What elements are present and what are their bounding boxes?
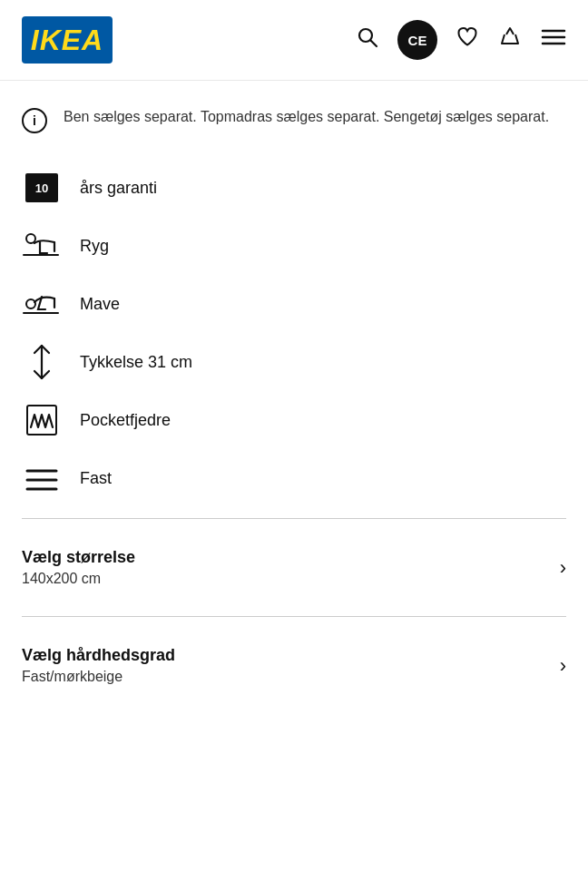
info-notice: i Ben sælges separat. Topmadras sælges s… <box>22 106 566 133</box>
avatar-initials: CE <box>408 33 427 48</box>
back-sleep-icon <box>22 226 62 266</box>
feature-back: Ryg <box>22 217 566 275</box>
thickness-icon <box>22 342 62 382</box>
feature-thickness: Tykkelse 31 cm <box>22 333 566 391</box>
main-content: i Ben sælges separat. Topmadras sælges s… <box>0 81 588 703</box>
header-icons: CE <box>356 20 566 60</box>
stomach-sleep-icon <box>22 284 62 324</box>
ikea-logo[interactable]: IKEA <box>22 16 113 64</box>
pocket-springs-label: Pocketfjedre <box>80 411 171 430</box>
feature-pocket-springs: Pocketfjedre <box>22 391 566 449</box>
stomach-label: Mave <box>80 295 120 314</box>
header: IKEA CE <box>0 0 588 81</box>
size-selector-value: 140x200 cm <box>22 571 135 587</box>
size-chevron-icon: › <box>560 556 566 580</box>
hardness-selector-title: Vælg hårdhedsgrad <box>22 646 175 665</box>
guarantee-label: års garanti <box>80 179 157 198</box>
svg-point-8 <box>26 299 35 308</box>
pocket-springs-icon <box>22 400 62 440</box>
hardness-chevron-icon: › <box>560 654 566 678</box>
size-selector[interactable]: Vælg størrelse 140x200 cm › <box>22 530 566 605</box>
firmness-label: Fast <box>80 469 112 488</box>
size-selector-title: Vælg størrelse <box>22 548 135 567</box>
thickness-label: Tykkelse 31 cm <box>80 353 192 372</box>
guarantee-icon: 10 <box>22 168 62 208</box>
hardness-selector-value: Fast/mørkbeige <box>22 669 175 685</box>
back-label: Ryg <box>80 237 109 256</box>
logo-text: IKEA <box>31 24 103 57</box>
guarantee-badge: 10 <box>25 173 58 202</box>
firmness-icon <box>22 458 62 498</box>
svg-point-6 <box>26 234 35 243</box>
feature-guarantee: 10 års garanti <box>22 159 566 217</box>
menu-icon[interactable] <box>541 27 566 53</box>
basket-icon[interactable] <box>497 25 523 54</box>
feature-stomach: Mave <box>22 275 566 333</box>
divider-2 <box>22 616 566 617</box>
divider-1 <box>22 518 566 519</box>
info-icon: i <box>22 108 47 133</box>
feature-firmness: Fast <box>22 449 566 507</box>
info-text: Ben sælges separat. Topmadras sælges sep… <box>64 106 549 127</box>
search-icon[interactable] <box>356 25 379 54</box>
hardness-selector[interactable]: Vælg hårdhedsgrad Fast/mørkbeige › <box>22 628 566 703</box>
svg-rect-11 <box>27 406 56 435</box>
svg-line-1 <box>371 41 377 47</box>
heart-icon[interactable] <box>456 25 479 54</box>
hardness-selector-content: Vælg hårdhedsgrad Fast/mørkbeige <box>22 646 175 685</box>
size-selector-content: Vælg størrelse 140x200 cm <box>22 548 135 587</box>
user-avatar[interactable]: CE <box>397 20 437 60</box>
